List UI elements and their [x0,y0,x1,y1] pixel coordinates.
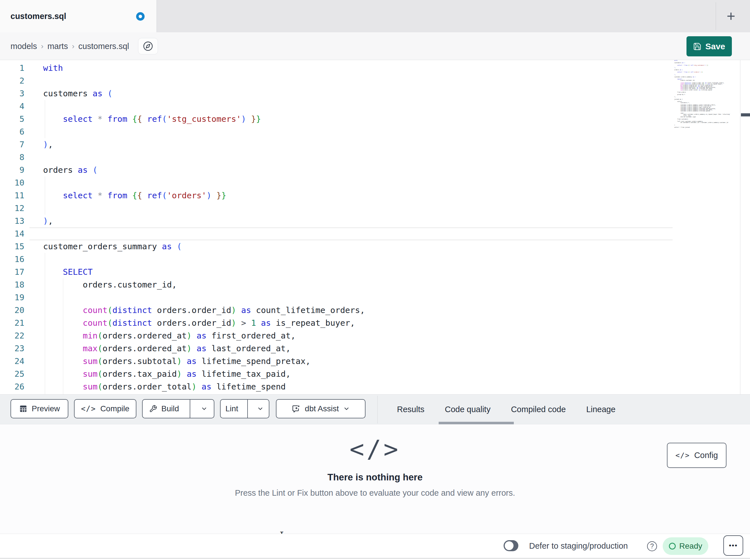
tab-lineage[interactable]: Lineage [586,405,615,414]
code-editor[interactable]: 1234567891011121314151617181920212223242… [0,60,750,394]
code-brackets-icon: </> [0,433,750,464]
config-button-label: Config [694,451,718,460]
new-tab-button[interactable]: + [720,5,742,27]
breadcrumb: models › marts › customers.sql [11,32,129,60]
editor-toolbar: Preview </> Compile Build [0,394,750,424]
build-button-label: Build [161,404,179,413]
code-brackets-icon: </> [675,451,690,459]
breadcrumb-item-marts[interactable]: marts [47,42,68,51]
ide-status-badge[interactable]: Ready [663,537,708,555]
tab-results[interactable]: Results [397,405,425,414]
chat-sparkle-icon [292,404,300,413]
lint-button-label: Lint [225,404,238,413]
editor-scrollbar-rail[interactable] [740,60,750,394]
dbt-assist-button[interactable]: dbt Assist [276,399,366,418]
code-lines[interactable]: with customers as ( select * from {{ ref… [43,62,365,393]
toggle-knob [505,541,514,550]
scrollbar-marker[interactable] [741,113,750,117]
help-icon[interactable]: ? [647,541,657,551]
active-tab-underline [439,422,514,424]
build-button[interactable]: Build [143,400,185,418]
minimap[interactable]: with customers as ( select * from {{ ref… [674,60,739,130]
build-split-button: Build [142,399,214,418]
preview-button[interactable]: Preview [11,399,68,418]
wrench-icon [149,405,157,413]
dbt-cloud-ide: customers.sql + models › marts › custome… [0,0,750,560]
status-bar: Defer to staging/production ? Ready ••• [0,534,750,559]
floppy-disk-icon [693,42,702,51]
chevron-down-icon [201,405,208,412]
table-grid-icon [19,405,27,413]
lint-split-button: Lint [220,399,269,418]
breadcrumb-separator-icon: › [68,42,79,51]
tab-bar: customers.sql + [0,0,750,32]
split-divider [247,400,248,418]
chevron-down-icon [257,405,264,412]
defer-toggle[interactable] [504,540,518,551]
tab-compiled-code[interactable]: Compiled code [511,405,566,414]
breadcrumb-row: models › marts › customers.sql [0,32,750,60]
preview-button-label: Preview [32,404,60,413]
explore-lineage-button[interactable] [138,38,158,55]
ellipsis-icon: ••• [729,542,737,549]
save-button[interactable]: Save [687,36,732,56]
save-button-label: Save [705,42,725,51]
empty-state: </> There is nothing here Press the Lint… [0,424,750,498]
lint-button[interactable]: Lint [221,400,243,418]
chevron-down-icon [343,405,350,412]
status-badge-label: Ready [679,542,703,551]
dbt-assist-button-label: dbt Assist [305,404,339,413]
build-dropdown-button[interactable] [195,400,214,418]
code-quality-panel: </> There is nothing here Press the Lint… [0,424,750,534]
compile-button[interactable]: </> Compile [74,399,136,418]
empty-state-subtitle: Press the Lint or Fix button above to ev… [0,488,750,498]
breadcrumb-separator-icon: › [37,42,47,51]
tab-code-quality[interactable]: Code quality [445,405,491,414]
empty-state-title: There is nothing here [0,472,750,483]
file-tab-title: customers.sql [11,0,66,32]
breadcrumb-item-file[interactable]: customers.sql [78,42,129,51]
tab-bar-divider [716,2,716,30]
breadcrumb-item-models[interactable]: models [11,42,37,51]
lint-dropdown-button[interactable] [252,400,269,418]
toolbar-tabs-divider [377,396,378,423]
split-divider [190,400,190,418]
panel-tabs: Results Code quality Compiled code Linea… [397,395,616,424]
compass-icon [143,41,153,51]
unsaved-changes-dot-icon [136,12,145,21]
defer-label: Defer to staging/production [529,534,628,558]
line-number-gutter: 1234567891011121314151617181920212223242… [0,62,24,393]
compile-button-label: Compile [100,404,130,413]
status-ring-icon [669,543,676,549]
overflow-menu-button[interactable]: ••• [723,535,743,556]
code-brackets-icon: </> [81,405,96,413]
file-tab-customers-sql[interactable]: customers.sql [0,0,157,32]
config-button[interactable]: </> Config [667,443,727,468]
